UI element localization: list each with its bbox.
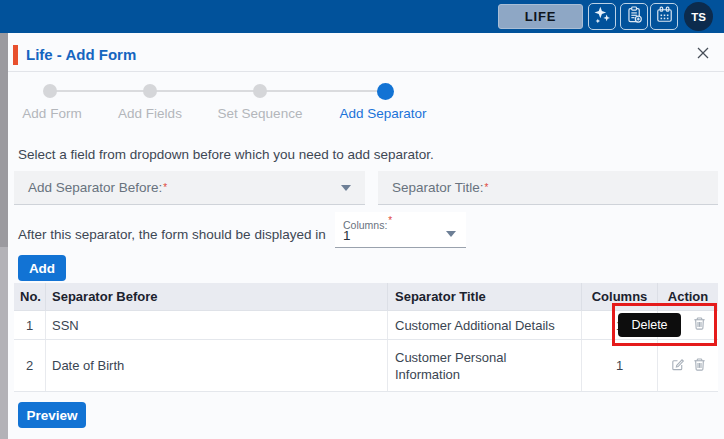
title-accent-bar xyxy=(13,45,18,65)
header-divider xyxy=(8,71,724,72)
row1-separator-title: Customer Additional Details xyxy=(388,311,582,339)
add-form-dialog: Life - Add Form Add Form Add Fields Set … xyxy=(8,33,724,439)
table-header-row: No. Separator Before Separator Title Col… xyxy=(14,283,718,310)
step-dot-set-sequence[interactable] xyxy=(253,84,267,98)
header-no: No. xyxy=(14,283,46,310)
step-label-add-separator[interactable]: Add Separator xyxy=(313,106,453,121)
table-row: 2 Date of Birth Customer Personal Inform… xyxy=(14,340,718,392)
separator-title-label: Separator Title: xyxy=(392,180,484,195)
header-separator-before: Separator Before xyxy=(46,283,388,310)
step-dot-add-form[interactable] xyxy=(43,84,57,98)
product-life-button[interactable]: LIFE xyxy=(498,4,583,29)
header-separator-title: Separator Title xyxy=(388,283,582,310)
header-action: Action xyxy=(658,283,718,310)
edit-icon xyxy=(670,357,685,375)
row1-no: 1 xyxy=(14,311,46,339)
separators-table: No. Separator Before Separator Title Col… xyxy=(14,283,718,392)
row2-no: 2 xyxy=(14,340,46,391)
chevron-down-icon xyxy=(446,231,456,237)
top-navigation-bar: LIFE xyxy=(0,0,724,33)
step-dot-add-separator[interactable] xyxy=(377,83,394,100)
required-asterisk: * xyxy=(163,182,167,193)
delete-row-button[interactable] xyxy=(691,358,707,374)
add-button[interactable]: Add xyxy=(18,255,66,281)
clipboard-add-button[interactable] xyxy=(620,3,648,30)
trash-icon xyxy=(692,357,707,375)
row2-actions xyxy=(658,340,718,391)
delete-tooltip: Delete xyxy=(618,313,681,337)
row2-separator-title: Customer Personal Information xyxy=(388,340,582,391)
close-icon xyxy=(696,46,710,64)
clipboard-add-icon xyxy=(625,5,644,28)
columns-value: 1 xyxy=(343,228,351,243)
close-button[interactable] xyxy=(692,44,714,66)
required-asterisk: * xyxy=(485,182,489,193)
separator-before-dropdown[interactable]: Add Separator Before:* xyxy=(14,171,365,205)
table-row: 1 SSN Customer Additional Details 1 xyxy=(14,310,718,340)
step-label-set-sequence[interactable]: Set Sequence xyxy=(190,106,330,121)
separator-before-label: Add Separator Before: xyxy=(28,180,162,195)
page-edge-strip-bottom xyxy=(0,247,8,439)
user-avatar[interactable]: TS xyxy=(684,2,713,31)
trash-icon xyxy=(692,316,707,334)
preview-button[interactable]: Preview xyxy=(18,402,86,428)
header-columns: Columns xyxy=(582,283,658,310)
step-dot-add-fields[interactable] xyxy=(143,84,157,98)
sparkles-icon xyxy=(592,5,612,29)
required-asterisk: * xyxy=(388,215,392,226)
calendar-button[interactable] xyxy=(650,3,678,30)
instruction-text: Select a field from dropdown before whic… xyxy=(18,147,434,162)
chevron-down-icon xyxy=(341,185,351,191)
page-edge-strip-top xyxy=(0,33,8,247)
sparkles-ai-button[interactable] xyxy=(588,3,616,30)
row1-separator-before: SSN xyxy=(46,311,388,339)
edit-row-button[interactable] xyxy=(669,358,685,374)
stepper-line xyxy=(50,90,385,92)
delete-row-button[interactable] xyxy=(691,317,707,333)
separator-title-input[interactable]: Separator Title:* xyxy=(378,171,718,205)
columns-dropdown[interactable]: Columns:* 1 xyxy=(335,212,466,248)
dialog-title: Life - Add Form xyxy=(26,46,136,63)
row2-columns: 1 xyxy=(582,340,658,391)
row2-separator-before: Date of Birth xyxy=(46,340,388,391)
calendar-icon xyxy=(655,5,674,28)
columns-sentence: After this separator, the form should be… xyxy=(18,227,326,242)
